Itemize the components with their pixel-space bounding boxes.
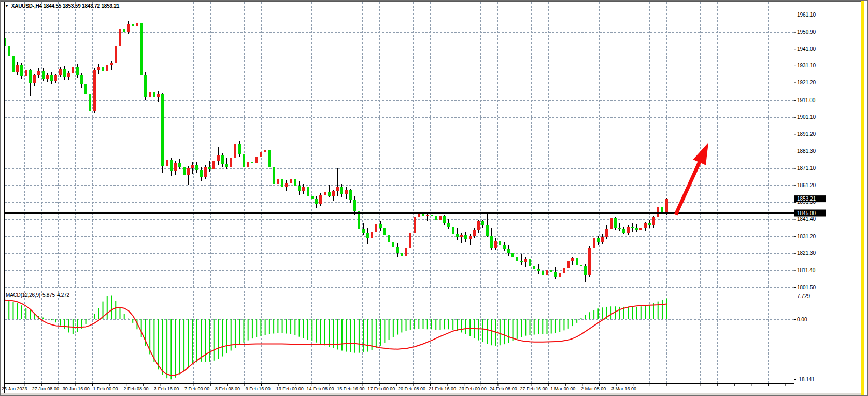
bear-candle	[422, 214, 424, 216]
bear-candle	[8, 46, 10, 56]
bull-candle	[546, 270, 548, 275]
price-axis-label: 1821.30	[797, 250, 816, 256]
bull-candle	[97, 67, 100, 70]
time-axis-label: 17 Feb 00:00	[367, 386, 395, 391]
bear-candle	[243, 154, 245, 167]
time-axis[interactable]: 26 Jan 202327 Jan 08:0030 Jan 16:001 Feb…	[2, 384, 785, 391]
bull-candle	[336, 187, 339, 192]
bull-candle	[665, 199, 668, 214]
price-axis-label: 1931.10	[797, 63, 816, 68]
bear-candle	[170, 160, 173, 171]
bull-candle	[157, 94, 160, 97]
time-axis-label: 7 Feb 00:00	[184, 386, 209, 391]
time-axis-label: 21 Feb 16:00	[429, 386, 456, 391]
time-axis-label: 27 Feb 16:00	[520, 386, 547, 391]
bear-candle	[281, 179, 283, 186]
bull-candle	[371, 232, 373, 238]
panel-frames	[4, 2, 794, 393]
time-axis-label: 26 Jan 2023	[2, 386, 27, 391]
time-axis-label: 1 Feb 00:00	[93, 386, 118, 391]
bull-candle	[174, 163, 177, 171]
bear-candle	[89, 94, 91, 111]
time-axis-label: 27 Jan 08:00	[32, 386, 59, 391]
bull-candle	[345, 190, 348, 194]
bear-candle	[618, 228, 621, 229]
chart-title-bar: ▼XAUUSD-,H4 1844.55 1853.59 1843.72 1853…	[5, 3, 119, 9]
bull-candle	[255, 157, 258, 163]
bear-candle	[251, 162, 253, 163]
bull-candle	[72, 67, 74, 73]
bull-candle	[217, 155, 220, 161]
bull-candle	[405, 248, 407, 256]
time-axis-label: 14 Feb 08:00	[307, 386, 334, 391]
price-axis-label: 1861.20	[797, 182, 816, 188]
bull-candle	[290, 179, 292, 183]
bear-candle	[161, 94, 164, 166]
window-bottom-border	[1, 393, 868, 396]
price-chart-canvas[interactable]: 1961.101950.901941.001931.101921.201911.…	[1, 1, 868, 396]
bear-candle	[520, 261, 523, 262]
bull-candle	[639, 228, 642, 230]
bear-candle	[208, 167, 211, 169]
bear-candle	[328, 192, 331, 196]
bear-candle	[511, 253, 514, 257]
bear-candle	[311, 196, 314, 199]
bear-candle	[554, 272, 557, 277]
bear-candle	[533, 266, 535, 270]
bear-candle	[29, 70, 32, 83]
bear-candle	[144, 75, 147, 97]
price-axis-label: 1921.20	[797, 80, 816, 86]
candles-layer[interactable]	[4, 16, 794, 282]
bull-candle	[375, 224, 377, 232]
bull-candle	[136, 23, 138, 26]
macd-scale-label: 7.729	[797, 293, 810, 299]
bull-candle	[657, 207, 659, 217]
price-axis-label: 1911.00	[797, 97, 816, 103]
bull-candle	[563, 268, 565, 273]
bull-candle	[302, 187, 305, 191]
bull-candle	[67, 73, 70, 77]
bull-candle	[610, 218, 613, 229]
bear-candle	[132, 24, 134, 25]
bear-candle	[584, 266, 587, 275]
bear-candle	[635, 228, 638, 230]
bull-candle	[106, 65, 108, 72]
bear-candle	[529, 259, 531, 266]
bear-candle	[76, 67, 79, 75]
bull-candle	[477, 221, 480, 230]
bear-candle	[503, 245, 506, 249]
price-axis[interactable]: 1961.101950.901941.001931.101921.201911.…	[794, 12, 826, 383]
time-axis-label: 3 Mar 16:00	[611, 386, 636, 391]
bull-candle	[418, 214, 420, 217]
axes-layer[interactable]: 1961.101950.901941.001931.101921.201911.…	[2, 12, 826, 392]
bull-candle	[166, 160, 168, 166]
bull-candle	[187, 168, 190, 175]
bear-candle	[383, 228, 386, 235]
bull-candle	[652, 217, 655, 225]
bull-candle	[524, 259, 527, 263]
macd-scale-label: -18.141	[797, 377, 815, 383]
bull-candle	[212, 161, 215, 169]
bear-candle	[464, 235, 467, 239]
bull-candle	[627, 227, 630, 233]
price-axis-label: 1841.40	[797, 216, 816, 222]
price-axis-label: 1831.20	[797, 234, 816, 239]
bull-candle	[605, 229, 608, 237]
bull-candle	[332, 191, 335, 195]
bear-candle	[366, 233, 369, 239]
chevron-down-icon: ▼	[5, 4, 9, 8]
bear-candle	[80, 75, 83, 84]
macd-layer[interactable]	[5, 296, 666, 380]
bear-candle	[307, 187, 309, 196]
bull-candle	[119, 29, 121, 46]
bull-candle	[414, 217, 416, 233]
price-axis-label: 1901.10	[797, 114, 816, 120]
bear-candle	[597, 238, 600, 242]
bear-candle	[435, 216, 437, 220]
bear-candle	[580, 265, 582, 266]
bear-candle	[273, 167, 275, 183]
bull-candle	[127, 24, 130, 32]
bear-candle	[622, 229, 625, 233]
buy-signal-arrow[interactable]	[5, 143, 794, 215]
price-axis-label: 1871.10	[797, 165, 816, 171]
